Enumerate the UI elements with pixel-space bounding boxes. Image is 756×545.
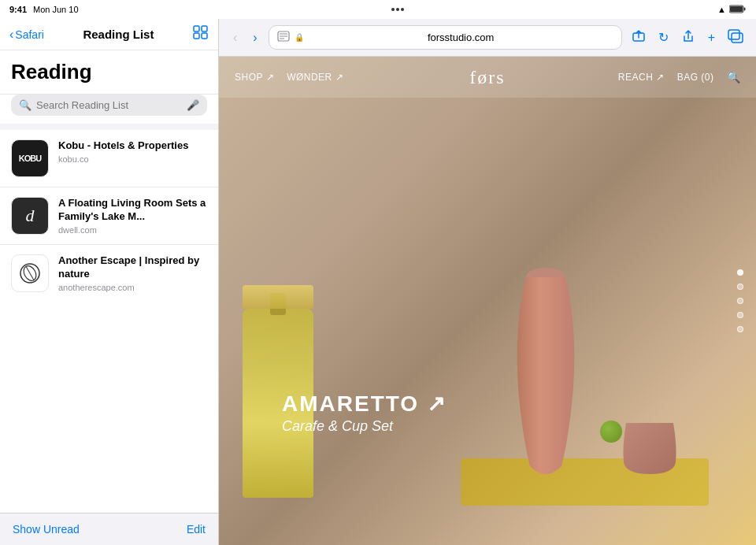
ceramic-vase	[498, 261, 593, 482]
hero-title: AMARETTO ↗	[282, 391, 447, 417]
status-date: Mon Jun 10	[33, 5, 78, 14]
ceramic-cup	[614, 407, 685, 478]
website-logo: førs	[469, 67, 505, 88]
bottle-label	[243, 285, 313, 309]
address-url: forsstudio.com	[309, 32, 613, 43]
svg-rect-5	[194, 33, 199, 39]
dot1	[391, 8, 395, 11]
wonder-nav-item[interactable]: WØNDER ↗	[287, 72, 343, 83]
reader-mode-button[interactable]	[277, 31, 290, 44]
browser-area: ‹ › 🔒 forsstudio.com	[219, 19, 756, 545]
status-center	[391, 8, 404, 11]
search-reading-list-input[interactable]	[36, 99, 182, 111]
edit-button[interactable]: Edit	[187, 523, 206, 536]
back-chevron-icon: ‹	[9, 28, 13, 42]
share-button[interactable]	[678, 28, 699, 48]
website-nav: SHOP ↗ WØNDER ↗ førs REACH ↗ BAG (0) 🔍	[219, 57, 756, 98]
reading-header: Reading	[0, 50, 218, 95]
svg-rect-16	[732, 33, 743, 43]
svg-rect-3	[194, 26, 199, 32]
reading-item-dwell[interactable]: d A Floating Living Room Sets a Family's…	[0, 187, 218, 245]
address-bar[interactable]: 🔒 forsstudio.com	[269, 25, 622, 50]
search-input-wrap[interactable]: 🔍 🎤	[11, 95, 207, 116]
sidebar: ‹ Safari Reading List Reading 🔍	[0, 19, 219, 545]
airdrop-button[interactable]	[628, 28, 649, 48]
tabs-button[interactable]	[724, 28, 747, 48]
scroll-dot-3[interactable]	[737, 298, 743, 304]
escape-item-info: Another Escape | Inspired by nature anot…	[58, 254, 207, 292]
microphone-icon[interactable]: 🎤	[187, 99, 199, 111]
sidebar-bottom: Show Unread Edit	[0, 513, 218, 545]
dwell-icon-text: d	[26, 206, 35, 226]
wifi-icon: ▲	[717, 5, 726, 14]
reading-list: KOBU Kobu - Hotels & Properties kobu.co …	[0, 130, 218, 513]
escape-leaf-icon	[19, 262, 41, 284]
search-bar-container: 🔍 🎤	[0, 95, 218, 124]
lock-icon: 🔒	[295, 33, 304, 42]
main-layout: ‹ Safari Reading List Reading 🔍	[0, 19, 756, 545]
reload-button[interactable]: ↻	[655, 28, 672, 46]
safari-back-label: Safari	[15, 28, 44, 41]
svg-rect-1	[744, 7, 746, 10]
search-icon: 🔍	[19, 99, 32, 111]
status-time: 9:41	[9, 5, 27, 14]
sidebar-title: Reading List	[83, 28, 154, 41]
scroll-dot-2[interactable]	[737, 284, 743, 290]
bag-nav-item[interactable]: BAG (0)	[677, 72, 714, 83]
kobu-favicon: KOBU	[11, 139, 49, 177]
scroll-dot-5[interactable]	[737, 326, 743, 332]
reading-item-escape[interactable]: Another Escape | Inspired by nature anot…	[0, 245, 218, 302]
status-bar: 9:41 Mon Jun 10 ▲	[0, 0, 756, 19]
shop-nav-item[interactable]: SHOP ↗	[235, 72, 274, 83]
kobu-url: kobu.co	[58, 154, 207, 164]
website-nav-left: SHOP ↗ WØNDER ↗	[235, 72, 343, 83]
dwell-favicon: d	[11, 197, 49, 235]
new-tab-button[interactable]: +	[705, 29, 718, 46]
dwell-url: dwell.com	[58, 225, 207, 235]
escape-url: anotherescape.com	[58, 283, 207, 292]
reach-nav-item[interactable]: REACH ↗	[618, 72, 665, 83]
status-right: ▲	[717, 5, 747, 15]
back-button[interactable]: ‹	[228, 29, 242, 46]
scroll-dot-1[interactable]	[737, 269, 743, 276]
kobu-title: Kobu - Hotels & Properties	[58, 139, 207, 153]
dot2	[396, 8, 399, 11]
svg-rect-6	[202, 33, 207, 39]
scroll-indicators	[737, 269, 743, 332]
safari-back-button[interactable]: ‹ Safari	[9, 28, 44, 42]
status-dots	[391, 8, 404, 11]
website-content: SHOP ↗ WØNDER ↗ førs REACH ↗ BAG (0) 🔍 A…	[219, 57, 756, 545]
kobu-item-info: Kobu - Hotels & Properties kobu.co	[58, 139, 207, 164]
status-left: 9:41 Mon Jun 10	[9, 5, 79, 14]
forward-button[interactable]: ›	[248, 29, 261, 46]
olive-decoration	[600, 421, 622, 443]
sidebar-grid-icon[interactable]	[193, 25, 209, 43]
reading-item-kobu[interactable]: KOBU Kobu - Hotels & Properties kobu.co	[0, 130, 218, 187]
dwell-title: A Floating Living Room Sets a Family's L…	[58, 197, 207, 224]
battery-indicator	[729, 5, 747, 15]
scroll-dot-4[interactable]	[737, 312, 743, 318]
hero-subtitle: Carafe & Cup Set	[282, 418, 447, 435]
show-unread-button[interactable]: Show Unread	[13, 523, 80, 536]
reading-list-title: Reading	[11, 57, 207, 84]
svg-rect-4	[202, 26, 207, 32]
svg-rect-2	[730, 6, 743, 12]
escape-favicon	[11, 254, 49, 292]
kobu-icon-text: KOBU	[19, 154, 41, 163]
hero-text: AMARETTO ↗ Carafe & Cup Set	[282, 391, 447, 435]
search-nav-icon[interactable]: 🔍	[727, 71, 741, 83]
sidebar-nav: ‹ Safari Reading List	[0, 19, 218, 50]
svg-rect-15	[728, 30, 739, 39]
escape-title: Another Escape | Inspired by nature	[58, 254, 207, 281]
hero-area	[219, 57, 756, 545]
dot3	[401, 8, 404, 11]
browser-toolbar: ‹ › 🔒 forsstudio.com	[219, 19, 756, 57]
website-nav-right: REACH ↗ BAG (0) 🔍	[618, 71, 740, 83]
dwell-item-info: A Floating Living Room Sets a Family's L…	[58, 197, 207, 235]
